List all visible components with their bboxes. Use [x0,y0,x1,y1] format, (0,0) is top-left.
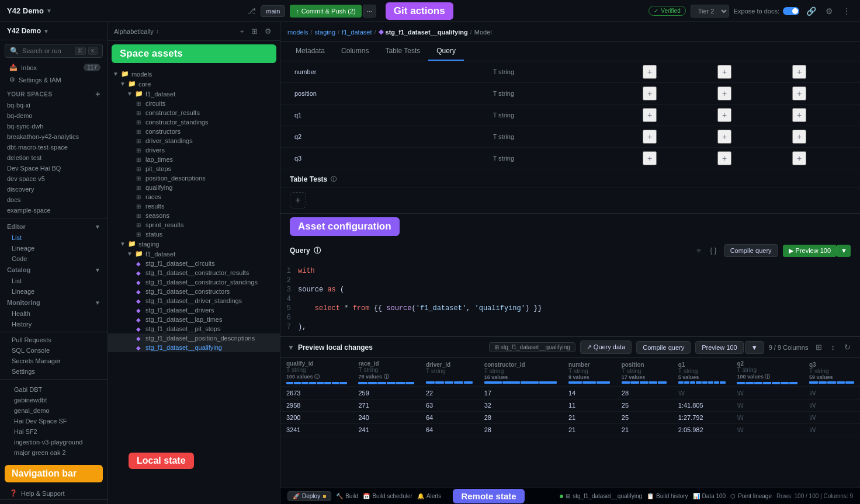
space-item-bq-bq-xi[interactable]: bq-bq-xi [0,100,108,110]
tree-position-desc[interactable]: ⊞position_descriptions [108,173,280,183]
space-genai[interactable]: genai_demo [7,405,100,416]
tree-stg-driverstandings[interactable]: ◆stg_f1_dataset__driver_standings [108,296,280,305]
build-button[interactable]: 🔨 Build [336,493,358,499]
editor-lineage-item[interactable]: Lineage [5,243,108,253]
catalog-list-item[interactable]: List [5,276,108,286]
more-settings-button[interactable]: ⋮ [840,5,853,17]
add-col-q2-3[interactable]: + [792,130,806,144]
sidebar-item-inbox[interactable]: 📥 Inbox 117 [0,61,108,74]
tree-stg-circuits[interactable]: ◆stg_f1_dataset__circuits [108,259,280,268]
monitoring-history-item[interactable]: History [5,319,108,329]
dataset-status-item[interactable]: ⊞ stg_f1_dataset__qualifying [560,493,642,499]
add-col-q3-3[interactable]: + [792,151,806,165]
space-major-green[interactable]: major green oak 2 [7,447,100,458]
tree-constructors[interactable]: ⊞constructors [108,127,280,136]
catalog-section-toggle[interactable]: Catalog ▼ [0,264,108,276]
editor-list-item[interactable]: List [5,232,108,243]
tree-core-f1dataset[interactable]: ▼ 📁 f1_dataset [108,89,280,99]
sort-data-button[interactable]: ↕ [829,342,838,353]
space-item-discovery[interactable]: discovery [0,184,108,194]
add-col-q1-1[interactable]: + [643,108,657,122]
editor-section-toggle[interactable]: Editor ▼ [0,221,108,232]
space-gabinewdbt[interactable]: gabinewdbt [7,395,100,405]
tree-status[interactable]: ⊞status [108,230,280,239]
add-col-position-3[interactable]: + [792,86,806,100]
add-col-q3-1[interactable]: + [643,151,657,165]
tree-stg-qualifying[interactable]: ◆stg_f1_dataset__qualifying [108,343,280,352]
preview-100-dropdown[interactable]: ▼ [745,341,764,354]
preview-100-bottom-button[interactable]: Preview 100 [695,341,744,354]
more-options-button[interactable]: ··· [363,5,376,18]
settings-item[interactable]: Settings [5,366,108,377]
secrets-manager-item[interactable]: Secrets Manager [5,356,108,366]
space-item-bq-sync-dwh[interactable]: bq-sync-dwh [0,121,108,131]
build-history-button[interactable]: 📋 Build history [647,493,688,499]
monitoring-health-item[interactable]: Health [5,308,108,319]
tab-query[interactable]: Query [428,42,464,61]
space-item-example[interactable]: example-space [0,205,108,215]
tree-stg-constandings[interactable]: ◆stg_f1_dataset__constructor_standings [108,277,280,287]
add-col-q2-2[interactable]: + [717,130,731,144]
file-tree-sort[interactable]: Alphabetically ↕ [114,28,159,35]
tier-select[interactable]: Tier 2 [691,5,729,18]
tab-metadata[interactable]: Metadata [287,42,333,61]
search-bar[interactable]: 🔍 Search or run ⌘ K [5,44,103,58]
tree-stg-posdesc[interactable]: ◆stg_f1_dataset__position_descriptions [108,333,280,343]
sidebar-item-settings[interactable]: ⚙ Settings & IAM [0,74,108,86]
collapse-icon[interactable]: ▼ [287,343,294,352]
workspace-name[interactable]: Y42 Demo ▼ [7,27,49,35]
add-col-position-1[interactable]: + [643,86,657,100]
breadcrumb-f1dataset[interactable]: f1_dataset [342,29,372,36]
tab-columns[interactable]: Columns [333,42,377,61]
catalog-lineage-item[interactable]: Lineage [5,286,108,297]
verified-badge[interactable]: ✓ Verified [649,6,685,16]
tree-staging-f1dataset[interactable]: ▼ 📁 f1_dataset [108,249,280,259]
settings-icon-button[interactable]: ⚙ [823,5,835,17]
query-data-button[interactable]: ↗ Query data [580,340,632,354]
filter-data-button[interactable]: ⊞ [813,342,824,353]
tree-circuits[interactable]: ⊞circuits [108,99,280,108]
space-item-dbt-macro[interactable]: dbt-macro-test-space [0,142,108,152]
tree-models-folder[interactable]: ▼ 📁 models [108,69,280,79]
format-button[interactable]: ≡ [694,245,703,256]
tree-constructor-results[interactable]: ⊞constructor_results [108,108,280,117]
space-item-deletion[interactable]: deletion test [0,152,108,163]
tab-table-tests[interactable]: Table Tests [377,42,428,61]
add-col-position-2[interactable]: + [717,86,731,100]
tree-stg-constructors[interactable]: ◆stg_f1_dataset__constructors [108,287,280,296]
editor-code-item[interactable]: Code [5,253,108,264]
space-ingestion[interactable]: ingestion-v3-playground [7,437,100,447]
breadcrumb-staging[interactable]: staging [315,29,335,36]
tree-pit-stops[interactable]: ⊞pit_stops [108,164,280,173]
help-support-item[interactable]: ❓ Help & Support [0,487,108,499]
space-hai-sf2[interactable]: Hai SF2 [7,426,100,437]
pull-requests-item[interactable]: Pull Requests [5,335,108,345]
space-item-dev-space-v5[interactable]: dev space v5 [0,173,108,184]
tree-staging-folder[interactable]: ▼ 📁 staging [108,239,280,249]
add-col-q1-2[interactable]: + [717,108,731,122]
space-item-bq-demo[interactable]: bq-demo [0,110,108,121]
refresh-data-button[interactable]: ↻ [842,342,853,353]
point-lineage-button[interactable]: ⬡ Point lineage [730,493,772,499]
add-file-button[interactable]: + [237,26,247,37]
bottom-compile-button[interactable]: Compile query [636,341,691,354]
code-view-button[interactable]: { } [708,245,719,256]
space-item-dev-space-hai[interactable]: Dev Space Hai BQ [0,163,108,173]
tree-qualifying[interactable]: ⊞qualifying [108,183,280,192]
tree-seasons[interactable]: ⊞seasons [108,211,280,220]
build-scheduler-button[interactable]: 📅 Build scheduler [363,493,412,499]
breadcrumb-models[interactable]: models [287,29,308,36]
deploy-button[interactable]: 🚀 Deploy ■ [287,491,331,501]
add-space-icon[interactable]: + [95,89,100,99]
space-gabi-dbt[interactable]: Gabi DBT [7,384,100,395]
add-col-number-2[interactable]: + [717,65,731,79]
monitoring-section-toggle[interactable]: Monitoring ▼ [0,297,108,308]
add-col-number-3[interactable]: + [792,65,806,79]
tree-races[interactable]: ⊞races [108,192,280,201]
add-col-q1-3[interactable]: + [792,108,806,122]
preview-100-button[interactable]: ▶ Preview 100 [783,245,837,257]
add-table-test-button[interactable]: + [290,192,306,208]
preview-dropdown-button[interactable]: ▼ [837,245,851,257]
tree-stg-conresults[interactable]: ◆stg_f1_dataset__constructor_results [108,268,280,277]
sql-console-item[interactable]: SQL Console [5,345,108,356]
